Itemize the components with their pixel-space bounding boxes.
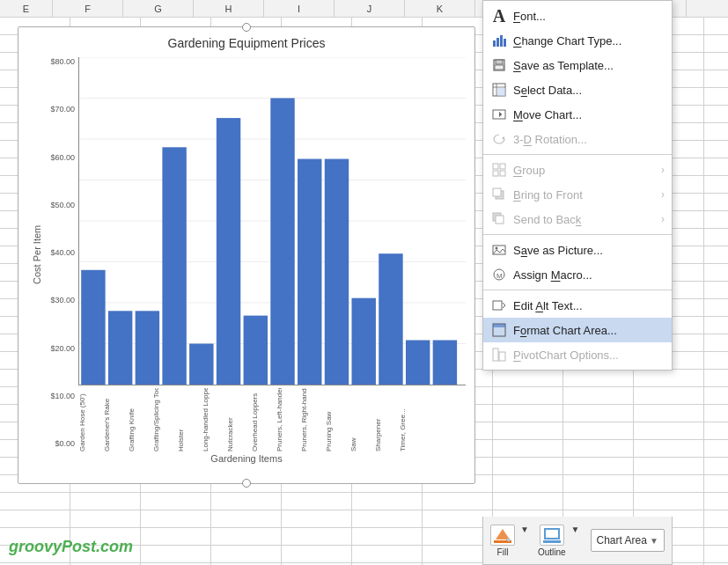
format-chart-area-icon [490, 321, 508, 339]
resize-handle-top[interactable] [242, 23, 251, 32]
chart-area-dropdown-text: Chart Area [597, 534, 647, 547]
fill-button[interactable]: Fill [490, 525, 515, 557]
svg-rect-32 [497, 88, 505, 96]
x-label: Grafting/Splicing Tool [152, 388, 176, 451]
x-label: Nutcracker [226, 388, 250, 451]
menu-separator-1 [483, 154, 672, 155]
menu-label-save-as-template: Save as Template... [513, 59, 663, 72]
x-label: Gardener's Rake [103, 388, 127, 451]
menu-label-change-chart-type: Change Chart Type... [513, 34, 663, 48]
chart-inner: Gardening Equipment Prices Cost Per Item… [18, 27, 474, 483]
bring-to-front-icon [490, 186, 508, 203]
svg-line-50 [503, 303, 505, 305]
svg-rect-49 [493, 301, 502, 310]
svg-rect-38 [500, 164, 505, 169]
svg-rect-53 [493, 324, 505, 327]
col-header-g: G [123, 0, 194, 17]
menu-item-change-chart-type[interactable]: Change Chart Type... [483, 28, 672, 53]
menu-item-save-as-template[interactable]: Save as Template... [483, 53, 672, 77]
menu-item-move-chart[interactable]: Move Chart... [483, 102, 672, 127]
pivotchart-options-icon [490, 346, 508, 363]
menu-item-3d-rotation: 3-D Rotation... [483, 127, 672, 151]
col-header-h: H [194, 0, 264, 17]
svg-point-46 [496, 247, 498, 250]
send-to-back-submenu-arrow: › [661, 213, 665, 225]
save-as-picture-icon [490, 241, 508, 259]
select-data-icon [490, 81, 508, 99]
svg-rect-13 [217, 118, 240, 385]
menu-label-assign-macro: Assign Macro... [513, 268, 663, 282]
x-label: Overhead Loppers [251, 388, 275, 451]
menu-label-move-chart: Move Chart... [513, 108, 663, 121]
chart-container[interactable]: Gardening Equipment Prices Cost Per Item… [18, 26, 475, 484]
x-label: Sharpener [374, 388, 398, 451]
menu-item-edit-alt-text[interactable]: Edit Alt Text... [483, 293, 672, 318]
svg-rect-11 [162, 147, 186, 385]
svg-rect-12 [189, 344, 213, 385]
x-label: Timer, Gree... [399, 388, 423, 451]
edit-alt-text-icon [490, 297, 508, 314]
x-label: Grafting Knife [128, 388, 151, 451]
menu-label-save-as-picture: Save as Picture... [513, 244, 663, 257]
svg-rect-14 [244, 316, 268, 385]
x-label: Pruners, Left-handed [276, 388, 299, 451]
svg-rect-42 [493, 188, 501, 196]
svg-rect-37 [493, 164, 498, 169]
y-tick: $40.00 [50, 248, 75, 257]
resize-handle-bottom[interactable] [242, 479, 251, 488]
svg-line-51 [503, 305, 505, 308]
group-submenu-arrow: › [661, 164, 665, 176]
svg-rect-27 [496, 60, 503, 64]
menu-item-bring-to-front: Bring to Front › [483, 182, 672, 207]
menu-separator-3 [483, 290, 672, 290]
groovy-logo: groovyPost.com [9, 538, 133, 556]
col-header-f: F [53, 0, 123, 17]
menu-item-save-as-picture[interactable]: Save as Picture... [483, 238, 672, 262]
menu-item-format-chart-area[interactable]: Format Chart Area... [483, 318, 672, 342]
assign-macro-icon: M [490, 266, 508, 283]
svg-text:M: M [496, 272, 503, 280]
svg-rect-20 [406, 341, 430, 385]
menu-label-select-data: Select Data... [513, 84, 663, 97]
x-label: Saw [349, 388, 373, 451]
menu-item-assign-macro[interactable]: M Assign Macro... [483, 262, 672, 287]
col-header-j: J [335, 0, 405, 17]
logo-groovy: groovy [9, 538, 62, 555]
chart-area-dropdown[interactable]: Chart Area ▼ [591, 529, 665, 552]
menu-item-select-data[interactable]: Select Data... [483, 77, 672, 102]
x-label: Holster [177, 388, 201, 451]
y-tick: $0.00 [55, 439, 75, 448]
menu-label-group: Group [513, 164, 663, 177]
svg-rect-15 [270, 99, 294, 385]
y-tick: $10.00 [50, 392, 75, 400]
x-label: Garden Hose (50') [78, 388, 102, 451]
font-icon: A [490, 7, 508, 25]
menu-item-font[interactable]: A Font... [483, 4, 672, 28]
x-axis-title: Gardening Items [27, 453, 466, 464]
y-tick: $20.00 [50, 344, 75, 353]
fill-dropdown-arrow[interactable]: ▼ [520, 525, 529, 534]
outline-button[interactable]: Outline [538, 525, 566, 557]
y-tick: $50.00 [50, 201, 75, 209]
svg-rect-16 [298, 159, 321, 385]
svg-rect-8 [81, 270, 105, 385]
svg-rect-44 [496, 216, 504, 224]
menu-label-bring-to-front: Bring to Front [513, 188, 663, 202]
x-axis-labels: Garden Hose (50') Gardener's Rake Grafti… [78, 385, 466, 451]
svg-marker-36 [502, 136, 504, 140]
svg-rect-19 [379, 253, 402, 385]
svg-rect-10 [136, 311, 159, 385]
svg-rect-28 [495, 65, 504, 70]
svg-rect-17 [325, 159, 349, 385]
y-tick: $70.00 [50, 105, 75, 114]
col-header-i: I [264, 0, 335, 17]
y-axis-label: Cost Per Item [27, 57, 43, 451]
svg-rect-55 [499, 352, 505, 361]
bottom-toolbar: Fill ▼ Outline ▼ Chart Area ▼ [482, 517, 673, 565]
outline-dropdown-arrow[interactable]: ▼ [571, 525, 580, 534]
chart-title: Gardening Equipment Prices [27, 36, 466, 50]
svg-rect-22 [493, 40, 496, 47]
bring-to-front-submenu-arrow: › [661, 188, 665, 201]
fill-label: Fill [497, 547, 509, 557]
change-chart-type-icon [490, 32, 508, 49]
